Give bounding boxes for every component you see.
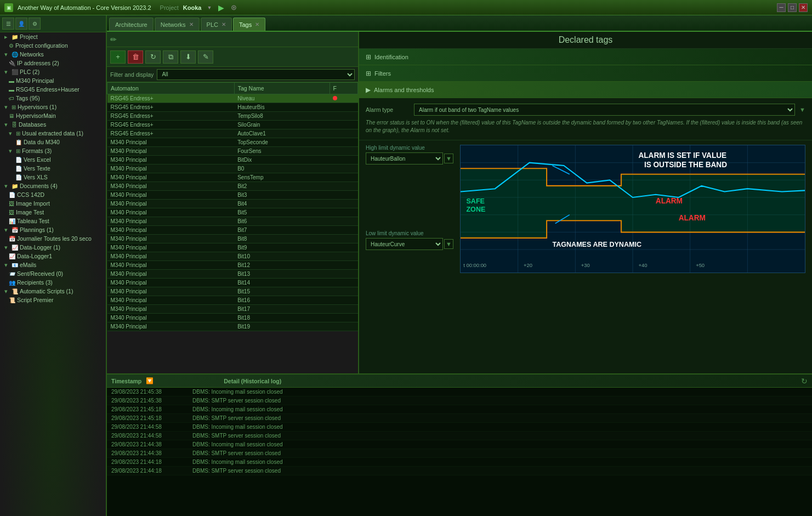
tab-bar: Architecture Networks ✕ PLC ✕ Tags ✕ (107, 15, 812, 32)
sidebar-item-usual-extracted[interactable]: ▾ ⊞ Usual extracted data (1) (0, 129, 106, 138)
sidebar-item-sent-received[interactable]: 📨 Sent/Received (0) (0, 269, 106, 278)
sidebar-item-emails[interactable]: ▾ 📧 eMails (0, 260, 106, 269)
sidebar-item-vers-excel[interactable]: 📄 Vers Excel (0, 155, 106, 164)
log-refresh-button[interactable]: ↻ (801, 377, 808, 385)
table-row[interactable]: RSG45 Endress+SiloGrain (107, 121, 358, 129)
sidebar-item-vers-texte[interactable]: 📄 Vers Texte (0, 164, 106, 173)
delete-tag-button[interactable]: 🗑 (128, 50, 143, 64)
copy-button[interactable]: ⧉ (163, 50, 178, 64)
table-row[interactable]: M340 PrincipalBit3 (107, 191, 358, 200)
table-row[interactable]: M340 PrincipalBit12 (107, 261, 358, 270)
sidebar-item-networks[interactable]: ▾ 🌐 Networks (0, 50, 106, 59)
high-limit-dropdown-icon[interactable]: ▼ (444, 154, 453, 163)
sidebar-item-script-premier[interactable]: 📜 Script Premier (0, 296, 106, 304)
tags-table-container[interactable]: Automaton Tag Name F RSG45 Endress+Nivea… (107, 82, 358, 373)
table-row[interactable]: M340 PrincipalBit13 (107, 270, 358, 279)
project-dropdown-btn[interactable]: ▼ (207, 5, 212, 10)
run-btn[interactable]: ▶ (218, 3, 224, 12)
filters-header[interactable]: ⊞ Filters (359, 65, 812, 82)
alarm-type-dropdown-icon[interactable]: ▼ (799, 106, 805, 113)
sidebar-item-project[interactable]: ▸ 📁 Project (0, 32, 106, 41)
tab-close-networks[interactable]: ✕ (189, 21, 194, 27)
alarm-type-select[interactable]: Alarm if out band of two TagName values (414, 104, 795, 116)
high-limit-select[interactable]: HauteurBallon (366, 152, 443, 165)
tab-tags[interactable]: Tags ✕ (233, 18, 265, 31)
sidebar-item-m340[interactable]: ▬ M340 Principal (0, 76, 106, 85)
cell-flag (330, 252, 357, 261)
table-row[interactable]: M340 PrincipalBit8 (107, 235, 358, 243)
cell-automaton: RSG45 Endress+ (107, 129, 235, 138)
sidebar-item-ip-addresses[interactable]: 🔌 IP addresses (2) (0, 59, 106, 67)
edit-pencil-icon[interactable]: ✏ (110, 35, 117, 44)
sidebar-item-hypervisors[interactable]: ▾ ⊞ Hypervisors (1) (0, 103, 106, 111)
tab-plc[interactable]: PLC ✕ (201, 18, 232, 31)
table-row[interactable]: M340 PrincipalBitDix (107, 156, 358, 165)
sidebar-item-image-import[interactable]: 🖼 Image Import (0, 199, 106, 208)
filter-select[interactable]: All (157, 69, 355, 80)
tab-close-tags[interactable]: ✕ (255, 21, 259, 27)
settings-icon[interactable]: ⊛ (231, 3, 237, 12)
sidebar-item-formats[interactable]: ▾ ⊞ Formats (3) (0, 146, 106, 155)
table-row[interactable]: M340 PrincipalBit14 (107, 279, 358, 287)
table-row[interactable]: M340 PrincipalBit18 (107, 314, 358, 322)
table-row[interactable]: M340 PrincipalFourSens (107, 147, 358, 156)
download-button[interactable]: ⬇ (180, 50, 196, 64)
tab-close-plc[interactable]: ✕ (222, 21, 226, 27)
table-row[interactable]: M340 PrincipalSensTemp (107, 173, 358, 182)
sidebar-item-datalogger[interactable]: ▾ 📈 Data-Logger (1) (0, 243, 106, 252)
table-row[interactable]: M340 PrincipalBit4 (107, 200, 358, 208)
sidebar-item-hypervisor-main[interactable]: 🖥 HypervisorMain (0, 111, 106, 120)
table-row[interactable]: M340 PrincipalBit16 (107, 296, 358, 305)
table-row[interactable]: M340 PrincipalBit5 (107, 208, 358, 217)
table-row[interactable]: M340 PrincipalBit15 (107, 287, 358, 296)
sidebar-item-tags[interactable]: 🏷 Tags (95) (0, 94, 106, 103)
sidebar-settings-btn[interactable]: ⚙ (29, 18, 41, 30)
table-row[interactable]: M340 PrincipalB0 (107, 165, 358, 173)
sidebar-item-ccs142d[interactable]: 📄 CCS 142D (0, 190, 106, 199)
alarms-header[interactable]: ▶ Alarms and thresholds (359, 82, 812, 98)
table-row[interactable]: M340 PrincipalBit6 (107, 217, 358, 226)
sidebar-item-data-m340[interactable]: 📋 Data du M340 (0, 138, 106, 146)
sidebar-item-documents[interactable]: ▾ 📁 Documents (4) (0, 182, 106, 190)
tab-networks[interactable]: Networks ✕ (155, 18, 200, 31)
sidebar-item-plannings[interactable]: ▾ 📅 Plannings (1) (0, 225, 106, 234)
table-row[interactable]: M340 PrincipalBit7 (107, 226, 358, 235)
sidebar-item-auto-scripts[interactable]: ▾ 📜 Automatic Scripts (1) (0, 287, 106, 296)
planning-icon: 📅 (12, 227, 18, 233)
low-limit-dropdown-icon[interactable]: ▼ (444, 239, 453, 249)
sidebar-item-journalier[interactable]: 📅 Journalier Toutes les 20 seco (0, 234, 106, 243)
low-limit-select[interactable]: HauteurCurve (366, 238, 443, 250)
log-filter-icon[interactable]: 🔽 (146, 377, 154, 384)
minimize-button[interactable]: ─ (777, 3, 786, 12)
sidebar-menu-btn[interactable]: ☰ (2, 18, 14, 30)
table-row[interactable]: M340 PrincipalBit10 (107, 252, 358, 261)
add-tag-button[interactable]: + (110, 50, 126, 64)
table-row[interactable]: M340 PrincipalBit9 (107, 243, 358, 252)
log-scroll[interactable]: 29/08/2023 21:45:38DBMS: Incoming mail s… (107, 388, 812, 516)
identification-header[interactable]: ⊞ Identification (359, 49, 812, 65)
sidebar-item-recipients[interactable]: 👥 Recipients (3) (0, 278, 106, 287)
sidebar-item-rsg45[interactable]: ▬ RSG45 Endress+Hauser (0, 85, 106, 94)
sidebar-item-project-config[interactable]: ⚙ Project configuration (0, 41, 106, 50)
maximize-button[interactable]: □ (788, 3, 797, 12)
sidebar-user-btn[interactable]: 👤 (15, 18, 27, 30)
refresh-button[interactable]: ↻ (145, 50, 161, 64)
sidebar-item-plc[interactable]: ▾ ⬛ PLC (2) (0, 67, 106, 76)
sidebar-item-databases[interactable]: ▾ 🗄 Databases (0, 120, 106, 129)
sidebar-item-tableau-test[interactable]: 📊 Tableau Test (0, 217, 106, 225)
tab-architecture[interactable]: Architecture (109, 18, 154, 31)
sidebar-item-datalogger1[interactable]: 📈 Data-Logger1 (0, 252, 106, 260)
edit-button[interactable]: ✎ (198, 50, 213, 64)
table-row[interactable]: RSG45 Endress+HauteurBis (107, 103, 358, 112)
sidebar-item-image-test[interactable]: 🖼 Image Test (0, 208, 106, 217)
tag-icon: 🏷 (9, 95, 14, 101)
table-row[interactable]: M340 PrincipalBit2 (107, 182, 358, 191)
table-row[interactable]: M340 PrincipalBit19 (107, 322, 358, 331)
table-row[interactable]: RSG45 Endress+Niveau (107, 94, 358, 103)
table-row[interactable]: RSG45 Endress+TempSilo8 (107, 112, 358, 121)
table-row[interactable]: M340 PrincipalBit17 (107, 305, 358, 314)
table-row[interactable]: RSG45 Endress+AutoClave1 (107, 129, 358, 138)
table-row[interactable]: M340 PrincipalTopSeconde (107, 138, 358, 147)
close-button[interactable]: ✕ (799, 3, 808, 12)
sidebar-item-vers-xls[interactable]: 📄 Vers XLS (0, 173, 106, 182)
